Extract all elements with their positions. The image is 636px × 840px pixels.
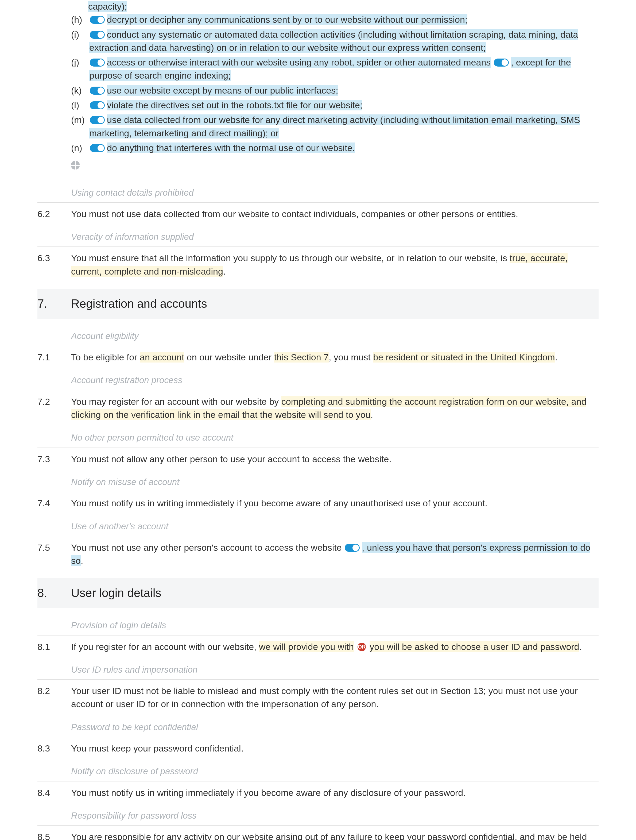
toggle-icon[interactable]: [90, 31, 105, 39]
list-marker: (i): [71, 28, 88, 41]
clause-text: You must notify us in writing immediatel…: [71, 497, 598, 510]
clause-text: You must not allow any other person to u…: [71, 453, 598, 466]
clause-number: 6.2: [38, 207, 71, 221]
clause-text: use our website except by means of our p…: [107, 85, 338, 96]
note-label: Provision of login details: [71, 620, 166, 630]
clause-text: an account: [140, 352, 184, 363]
clause-text: access or otherwise interact with our we…: [107, 57, 491, 68]
toggle-icon[interactable]: [90, 58, 105, 66]
clause-text: decrypt or decipher any communications s…: [107, 14, 468, 25]
clause-text: You must not use any other person's acco…: [71, 542, 342, 553]
note-label: Using contact details prohibited: [71, 188, 194, 197]
clause-number: 7.5: [38, 541, 71, 554]
note-label: User ID rules and impersonation: [71, 665, 197, 674]
section-header: 8. User login details: [38, 578, 598, 608]
list-marker: (j): [71, 56, 88, 69]
clause-number: 7.4: [38, 497, 71, 510]
clause-text: You may register for an account with our…: [71, 396, 282, 407]
list-marker: (m): [71, 114, 88, 126]
clause-text: .: [223, 266, 225, 276]
section-title: User login details: [71, 584, 161, 602]
clause-number: 6.3: [38, 251, 71, 265]
note-label: Account registration process: [71, 375, 182, 385]
clause-text: a user ID and password: [481, 641, 579, 652]
note-label: Responsibility for password loss: [71, 811, 197, 821]
clause-number: 8.3: [38, 742, 71, 755]
clause-text: If you register for an account with our …: [71, 642, 259, 652]
list-marker: (k): [71, 84, 88, 97]
clause-number: 8.5: [38, 831, 71, 840]
clause-number: 7.3: [38, 453, 71, 466]
clause-text: capacity);: [88, 1, 127, 12]
note-label: Veracity of information supplied: [71, 232, 194, 242]
clause-text: we will provide you with: [259, 641, 354, 652]
clause-number: 8.4: [38, 786, 71, 799]
clause-number: 8.2: [38, 684, 71, 698]
clause-text: .: [555, 352, 557, 362]
section-number: 7.: [38, 297, 47, 310]
note-label: Notify on misuse of account: [71, 477, 179, 487]
clause-text: You must not use data collected from our…: [71, 207, 598, 221]
clause-text: .: [81, 556, 83, 566]
clause-text: violate the directives set out in the ro…: [107, 100, 362, 111]
clause-text: be resident or situated in the United Ki…: [373, 352, 555, 363]
clause-text: You are responsible for any activity on …: [71, 831, 598, 840]
clause-text: use data collected from our website for …: [89, 114, 580, 138]
clause-number: 7.1: [38, 351, 71, 364]
note-label: Notify on disclosure of password: [71, 766, 198, 776]
note-label: Password to be kept confidential: [71, 722, 198, 732]
clause-text: You must keep your password confidential…: [71, 742, 598, 755]
toggle-icon[interactable]: [494, 58, 509, 66]
clause-text: this Section 7: [274, 352, 329, 363]
note-label: No other person permitted to use account: [71, 433, 233, 442]
toggle-icon[interactable]: [90, 144, 105, 152]
toggle-icon[interactable]: [90, 16, 105, 24]
note-label: Account eligibility: [71, 331, 139, 341]
clause-text: you will be asked to choose: [370, 641, 481, 652]
clause-text: conduct any systematic or automated data…: [89, 29, 578, 53]
list-marker: (n): [71, 141, 88, 155]
clause-number: 8.1: [38, 640, 71, 654]
section-header: 7. Registration and accounts: [38, 289, 598, 319]
toggle-icon[interactable]: [345, 544, 360, 552]
clause-text: on our website under: [184, 352, 274, 362]
clause-text: To be eligible for: [71, 352, 140, 362]
toggle-icon[interactable]: [90, 87, 105, 95]
clause-text: You must notify us in writing immediatel…: [71, 786, 598, 799]
clause-text: Your user ID must not be liable to misle…: [71, 684, 598, 711]
clause-text: .: [371, 410, 373, 420]
clause-number: 7.2: [38, 395, 71, 408]
clause-text: do anything that interferes with the nor…: [107, 142, 355, 153]
clause-text: .: [579, 642, 582, 652]
section-number: 8.: [38, 586, 47, 599]
clause-text: You must ensure that all the information…: [71, 253, 510, 263]
note-label: Use of another's account: [71, 521, 168, 531]
toggle-icon[interactable]: [90, 116, 105, 124]
quadrant-icon[interactable]: [71, 161, 80, 169]
list-marker: (h): [71, 13, 88, 26]
or-badge-icon[interactable]: OR: [357, 643, 366, 651]
list-marker: (l): [71, 99, 88, 112]
section-title: Registration and accounts: [71, 295, 207, 312]
clause-text: , you must: [329, 352, 373, 362]
toggle-icon[interactable]: [90, 101, 105, 109]
